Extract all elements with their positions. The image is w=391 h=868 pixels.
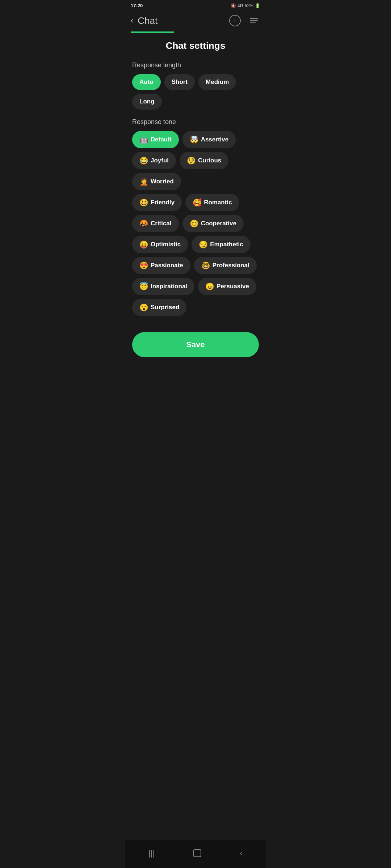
tone-chip-passionate[interactable]: 😍 Passionate [132, 257, 190, 274]
top-bar: ‹ Chat i [125, 11, 266, 31]
status-time: 17:20 [131, 3, 143, 8]
joyful-label: Joyful [151, 157, 169, 164]
save-button[interactable]: Save [132, 332, 259, 357]
main-content: Chat settings Response length Auto Short… [125, 33, 266, 393]
curious-label: Curious [198, 157, 221, 164]
critical-emoji: 🤬 [139, 219, 148, 228]
tone-chip-worried[interactable]: 🤦 Worried [132, 173, 181, 190]
status-bar: 17:20 🔇 4G 52% 🔋 [125, 0, 266, 11]
surprised-emoji: 😮 [139, 303, 148, 312]
empathetic-emoji: 😏 [199, 240, 208, 249]
tone-chip-romantic[interactable]: 🥰 Romantic [185, 194, 239, 211]
professional-label: Professional [213, 262, 249, 269]
nav-recent-apps[interactable]: ||| [140, 846, 163, 861]
tone-chip-cooperative[interactable]: 😊 Cooperative [182, 215, 244, 232]
passionate-label: Passionate [151, 262, 183, 269]
critical-label: Critical [151, 220, 172, 227]
top-bar-left: ‹ Chat [131, 15, 157, 26]
signal-text: 4G [237, 3, 243, 8]
status-icons: 🔇 4G 52% 🔋 [231, 3, 260, 8]
back-button[interactable]: ‹ [131, 16, 133, 25]
tone-row-2: 😂 Joyful 🧐 Curious 🤦 Worried [132, 152, 259, 190]
tone-row-6: 😍 Passionate 🤓 Professional [132, 257, 259, 274]
romantic-label: Romantic [204, 199, 232, 206]
passionate-emoji: 😍 [139, 261, 148, 270]
length-chip-auto[interactable]: Auto [132, 74, 161, 90]
optimistic-emoji: 😛 [139, 240, 148, 249]
network-icon: 🔇 [231, 3, 236, 8]
response-tone-section: Response tone 🤖 Default 🤯 Assertive 😂 Jo… [132, 118, 259, 316]
friendly-label: Friendly [151, 199, 175, 206]
tone-row-7: 😇 Inspirational 😠 Persuasive [132, 278, 259, 295]
length-chip-medium[interactable]: Medium [198, 74, 236, 90]
curious-emoji: 🧐 [187, 156, 196, 165]
inspirational-label: Inspirational [151, 283, 187, 290]
persuasive-label: Persuasive [216, 283, 249, 290]
tone-chip-inspirational[interactable]: 😇 Inspirational [132, 278, 194, 295]
length-chip-short[interactable]: Short [164, 74, 195, 90]
hamburger-icon [250, 18, 258, 23]
worried-label: Worried [151, 178, 174, 185]
default-label: Default [151, 136, 172, 143]
professional-emoji: 🤓 [201, 261, 210, 270]
cooperative-emoji: 😊 [190, 219, 199, 228]
tone-row-5: 😛 Optimistic 😏 Empathetic [132, 236, 259, 253]
persuasive-emoji: 😠 [205, 282, 214, 291]
tone-row-3: 😃 Friendly 🥰 Romantic [132, 194, 259, 211]
assertive-label: Assertive [201, 136, 229, 143]
tone-chip-persuasive[interactable]: 😠 Persuasive [198, 278, 256, 295]
bottom-nav: ||| ‹ [125, 840, 266, 868]
tone-row-1: 🤖 Default 🤯 Assertive [132, 131, 259, 148]
tone-chip-surprised[interactable]: 😮 Surprised [132, 299, 186, 316]
tone-chip-assertive[interactable]: 🤯 Assertive [182, 131, 236, 148]
page-title: Chat settings [132, 40, 259, 51]
response-length-chips-row2: Long [132, 94, 259, 110]
joyful-emoji: 😂 [139, 156, 148, 165]
cooperative-label: Cooperative [201, 220, 236, 227]
length-chip-long[interactable]: Long [132, 94, 162, 110]
default-emoji: 🤖 [139, 135, 148, 144]
nav-back[interactable]: ‹ [231, 846, 251, 861]
tone-chip-friendly[interactable]: 😃 Friendly [132, 194, 182, 211]
worried-emoji: 🤦 [139, 177, 148, 186]
tone-chip-professional[interactable]: 🤓 Professional [194, 257, 257, 274]
top-bar-title: Chat [138, 15, 157, 26]
response-length-label: Response length [132, 61, 259, 69]
response-tone-label: Response tone [132, 118, 259, 126]
tone-chip-joyful[interactable]: 😂 Joyful [132, 152, 176, 169]
top-bar-right: i [228, 14, 260, 27]
friendly-emoji: 😃 [139, 198, 148, 207]
romantic-emoji: 🥰 [193, 198, 202, 207]
surprised-label: Surprised [151, 304, 179, 311]
tone-chip-critical[interactable]: 🤬 Critical [132, 215, 179, 232]
tone-chip-default[interactable]: 🤖 Default [132, 131, 179, 148]
tone-chip-optimistic[interactable]: 😛 Optimistic [132, 236, 188, 253]
inspirational-emoji: 😇 [139, 282, 148, 291]
battery-icon: 🔋 [255, 3, 260, 8]
optimistic-label: Optimistic [151, 241, 181, 248]
assertive-emoji: 🤯 [190, 135, 199, 144]
tone-chip-curious[interactable]: 🧐 Curious [180, 152, 228, 169]
info-icon: i [229, 15, 241, 26]
response-length-chips: Auto Short Medium [132, 74, 259, 90]
info-button[interactable]: i [228, 14, 241, 27]
tone-row-4: 🤬 Critical 😊 Cooperative [132, 215, 259, 232]
tone-row-8: 😮 Surprised [132, 299, 259, 316]
nav-home[interactable] [193, 849, 201, 857]
response-length-section: Response length Auto Short Medium Long [132, 61, 259, 110]
empathetic-label: Empathetic [210, 241, 243, 248]
tone-chip-empathetic[interactable]: 😏 Empathetic [192, 236, 251, 253]
menu-button[interactable] [247, 14, 260, 27]
battery-text: 52% [245, 3, 253, 8]
